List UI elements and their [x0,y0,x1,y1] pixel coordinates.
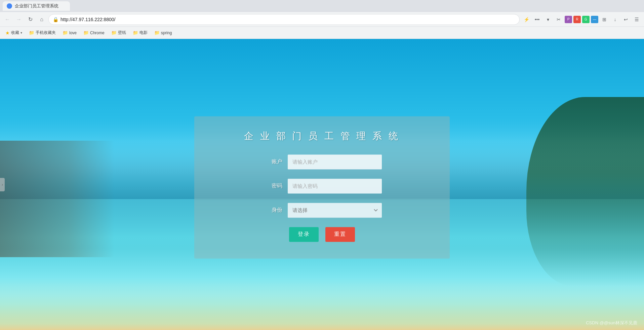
password-row: 密码 [214,179,430,193]
account-input[interactable] [288,154,382,169]
folder-icon-0: 📁 [29,30,34,35]
bookmark-mobile[interactable]: 📁 手机收藏夹 [26,29,58,37]
bungalows-decoration [0,141,114,257]
forward-button[interactable]: → [14,15,24,24]
ext1-button[interactable]: P [565,16,572,23]
password-label: 密码 [262,182,282,189]
toolbar-actions: ⚡ ••• ▾ ✂ P R G — ⊞ ↓ ↩ ☰ [522,15,641,24]
bookmark-love[interactable]: 📁 love [60,29,79,37]
title-bar: 企业部门员工管理系统 [0,0,644,12]
ext4-button[interactable]: — [591,16,598,23]
folder-icon-5: 📁 [154,30,160,35]
bookmark-label-3: 壁纸 [118,30,126,36]
trees-decoration [526,97,644,286]
folder-icon-4: 📁 [133,30,138,35]
bookmark-label-5: spring [161,31,172,35]
undo-button[interactable]: ↩ [621,15,631,24]
lightning-button[interactable]: ⚡ [522,15,531,24]
browser-frame: 企业部门员工管理系统 ← → ↻ ⌂ 🔒 http://47.97.116.22… [0,0,644,330]
password-input[interactable] [288,179,382,193]
login-title: 企 业 部 门 员 工 管 理 系 统 [214,130,430,142]
folder-icon-2: 📁 [83,30,89,35]
toolbar: ← → ↻ ⌂ 🔒 http://47.97.116.222:8800/ ⚡ •… [0,12,644,27]
login-form-container: 企 业 部 门 员 工 管 理 系 统 账户 密码 身份 请选择 管理员 普通员… [194,116,450,258]
download-button[interactable]: ↓ [610,15,620,24]
dropdown-button[interactable]: ▾ [543,15,553,24]
home-button[interactable]: ⌂ [37,15,46,24]
folder-icon-1: 📁 [63,30,68,35]
security-icon: 🔒 [53,17,58,22]
bookmark-star[interactable]: ★ 收藏 ▾ [3,29,25,37]
apps-button[interactable]: ⊞ [600,15,609,24]
bookmark-spring[interactable]: 📁 spring [152,29,175,37]
bookmark-label-0: 手机收藏夹 [36,30,56,36]
back-button[interactable]: ← [3,15,12,24]
role-select[interactable]: 请选择 管理员 普通员工 [288,203,382,218]
menu-button[interactable]: ☰ [632,15,641,24]
address-bar[interactable]: 🔒 http://47.97.116.222:8800/ [48,14,520,25]
folder-icon-3: 📁 [111,30,117,35]
bookmark-star-label: 收藏 [11,30,19,36]
role-label: 身份 [262,206,282,214]
bookmark-label-4: 电影 [139,30,148,36]
url-display: http://47.97.116.222:8800/ [61,17,515,22]
login-button[interactable]: 登录 [289,227,319,242]
cut-button[interactable]: ✂ [554,15,563,24]
account-label: 账户 [262,158,282,165]
bookmark-chrome[interactable]: 📁 Chrome [81,29,107,37]
tab-favicon [7,3,12,9]
account-row: 账户 [214,154,430,169]
button-row: 登录 重置 [214,227,430,242]
bookmark-movie[interactable]: 📁 电影 [130,29,150,37]
bookmark-label-2: Chrome [90,31,105,35]
watermark-text: CSDN @@sun林深不见鹿 [586,320,637,325]
browser-tab[interactable]: 企业部门员工管理系统 [3,1,70,11]
expand-arrow[interactable]: › [0,178,5,191]
watermark: CSDN @@sun林深不见鹿 [586,320,637,326]
bookmark-wallpaper[interactable]: 📁 壁纸 [109,29,129,37]
reload-button[interactable]: ↻ [26,15,35,24]
reset-button[interactable]: 重置 [325,227,355,242]
ext2-button[interactable]: R [573,16,581,23]
role-row: 身份 请选择 管理员 普通员工 [214,203,430,218]
web-content: › 企 业 部 门 员 工 管 理 系 统 账户 密码 身份 请选择 管理员 普… [0,39,644,330]
more-button[interactable]: ••• [532,15,542,24]
star-icon: ★ [5,30,10,36]
tab-title: 企业部门员工管理系统 [15,3,58,9]
bookmark-label-1: love [69,31,77,35]
ext3-button[interactable]: G [582,16,590,23]
bookmarks-bar: ★ 收藏 ▾ 📁 手机收藏夹 📁 love 📁 Chrome 📁 壁纸 📁 电影… [0,27,644,39]
